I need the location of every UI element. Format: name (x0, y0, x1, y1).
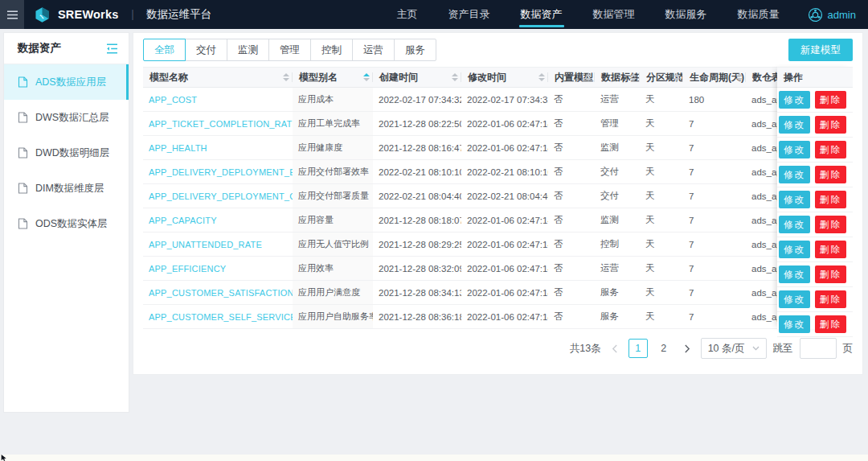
edit-button[interactable]: 修改 (779, 166, 810, 183)
nav-item-asset-catalog[interactable]: 资产目录 (433, 0, 506, 29)
sort-desc-caret (630, 78, 637, 81)
avatar-icon (808, 7, 823, 23)
page-number-2[interactable]: 2 (654, 339, 674, 358)
brand-name: SREWorks (58, 8, 118, 21)
edit-button[interactable]: 修改 (779, 216, 810, 233)
page-numbers: 12 (628, 339, 674, 358)
column-header-created[interactable]: 创建时间 (373, 68, 461, 88)
model-link[interactable]: APP_CUSTOMER_SATISFACTION (149, 288, 293, 298)
delete-button[interactable]: 删除 (815, 141, 846, 158)
cell-builtin: 否 (548, 112, 595, 136)
table-row: APP_EFFICIENCY应用效率2021-12-28 08:32:09202… (143, 257, 853, 281)
column-header-modified[interactable]: 修改时间 (461, 68, 548, 88)
nav-item-data-asset[interactable]: 数据资产 (506, 0, 578, 29)
model-link[interactable]: APP_CAPACITY (149, 216, 217, 225)
edit-button[interactable]: 修改 (779, 191, 810, 208)
delete-button[interactable]: 删除 (815, 166, 846, 183)
delete-button[interactable]: 删除 (815, 265, 846, 283)
model-link[interactable]: APP_DELIVERY_DEPLOYMENT_EFFICIENCY (149, 167, 293, 177)
edit-button[interactable]: 修改 (779, 91, 810, 109)
cell-builtin: 否 (548, 305, 595, 329)
nav-item-data-service[interactable]: 数据服务 (650, 0, 723, 29)
cell-partition: 天 (640, 160, 683, 184)
cell-partition: 天 (640, 88, 683, 112)
edit-button[interactable]: 修改 (779, 290, 810, 308)
table-row: APP_DELIVERY_DEPLOYMENT_QUALITY应用交付部署质量2… (143, 184, 853, 208)
operation-cell: 修改删除 (777, 163, 853, 187)
nav-item-home[interactable]: 主页 (382, 0, 433, 29)
cell-tag: 交付 (595, 184, 640, 208)
cell-name: APP_COST (143, 88, 293, 112)
model-link[interactable]: APP_COST (149, 95, 197, 105)
cell-modified: 2022-02-17 07:34:32 (461, 88, 548, 112)
column-header-partition[interactable]: 分区规范 (640, 68, 683, 88)
next-page-button[interactable] (680, 339, 694, 358)
hamburger-menu-button[interactable] (0, 0, 24, 29)
delete-button[interactable]: 删除 (815, 315, 846, 333)
model-link[interactable]: APP_HEALTH (149, 143, 207, 153)
delete-button[interactable]: 删除 (815, 91, 846, 109)
sort-icon (363, 73, 370, 81)
column-header-tag[interactable]: 数据标签 (595, 68, 640, 88)
edit-button[interactable]: 修改 (779, 116, 810, 134)
tab-all[interactable]: 全部 (143, 39, 186, 61)
column-header-name[interactable]: 模型名称 (143, 68, 293, 88)
new-model-button[interactable]: 新建模型 (788, 39, 853, 61)
cell-alias: 应用工单完成率 (293, 112, 373, 136)
column-label: 模型别名 (299, 72, 338, 83)
sidebar-item-dwd[interactable]: DWD数据明细层 (4, 135, 129, 171)
cell-partition: 天 (640, 208, 683, 233)
page-unit-label: 页 (843, 342, 854, 356)
sidebar-item-ods[interactable]: ODS数据实体层 (4, 206, 129, 241)
tab-operate[interactable]: 运营 (352, 39, 395, 61)
nav-item-data-quality[interactable]: 数据质量 (723, 0, 795, 29)
tab-service[interactable]: 服务 (394, 39, 436, 61)
cell-lifecycle: 7 (683, 257, 746, 281)
cell-name: APP_HEALTH (143, 136, 293, 160)
sidebar-item-dws[interactable]: DWS数据汇总层 (4, 100, 129, 135)
model-link[interactable]: APP_EFFICIENCY (149, 264, 226, 274)
edit-button[interactable]: 修改 (779, 315, 810, 333)
column-header-builtin[interactable]: 内置模型 (548, 68, 595, 88)
model-link[interactable]: APP_CUSTOMER_SELF_SERVICE_RATE (149, 312, 293, 322)
sreworks-logo-icon (34, 6, 51, 23)
delete-button[interactable]: 删除 (815, 290, 846, 308)
cell-modified: 2022-01-06 02:47:14 (461, 208, 548, 233)
edit-button[interactable]: 修改 (779, 265, 810, 283)
edit-button[interactable]: 修改 (779, 141, 810, 158)
cell-created: 2022-02-21 08:04:40 (373, 184, 461, 208)
content-card: 全部交付监测管理控制运营服务 新建模型 模型名称模型别名创建时间修改时间内置模型… (133, 32, 863, 375)
cell-partition: 天 (640, 184, 683, 208)
tab-control[interactable]: 控制 (310, 39, 353, 61)
tab-monitor[interactable]: 监测 (227, 39, 269, 61)
tab-delivery[interactable]: 交付 (185, 39, 227, 61)
delete-button[interactable]: 删除 (815, 241, 846, 258)
user-menu[interactable]: admin (808, 7, 856, 23)
page-jump-input[interactable] (800, 338, 837, 359)
column-header-lifecycle[interactable]: 生命周期(天) (683, 68, 746, 88)
page-number-1[interactable]: 1 (628, 339, 648, 358)
column-header-alias[interactable]: 模型别名 (293, 68, 373, 88)
tab-manage[interactable]: 管理 (268, 39, 311, 61)
sidebar-item-dim[interactable]: DIM数据维度层 (4, 171, 129, 206)
cell-builtin: 否 (548, 160, 595, 184)
nav-item-data-manage[interactable]: 数据管理 (578, 0, 650, 29)
menu-fold-icon[interactable] (106, 43, 118, 54)
delete-button[interactable]: 删除 (815, 191, 846, 208)
sidebar-item-ads[interactable]: ADS数据应用层 (4, 64, 129, 100)
sidebar-item-label: ODS数据实体层 (35, 217, 108, 231)
cell-lifecycle: 7 (683, 160, 746, 184)
model-link[interactable]: APP_TICKET_COMPLETION_RATE (149, 119, 293, 129)
topbar: SREWorks ｜ 数据运维平台 主页资产目录数据资产数据管理数据服务数据质量… (0, 0, 868, 29)
delete-button[interactable]: 删除 (815, 216, 846, 233)
model-link[interactable]: APP_DELIVERY_DEPLOYMENT_QUALITY (149, 191, 293, 201)
cell-modified: 2022-01-06 02:47:14 (461, 233, 548, 257)
operation-cell: 修改删除 (777, 138, 853, 163)
delete-button[interactable]: 删除 (815, 116, 846, 134)
edit-button[interactable]: 修改 (779, 241, 810, 258)
prev-page-button[interactable] (608, 339, 622, 358)
cell-name: APP_EFFICIENCY (143, 257, 293, 281)
page-size-select[interactable]: 10 条/页 (701, 338, 767, 359)
model-link[interactable]: APP_UNATTENDED_RATE (149, 240, 262, 249)
cell-created: 2021-12-28 08:32:09 (373, 257, 461, 281)
